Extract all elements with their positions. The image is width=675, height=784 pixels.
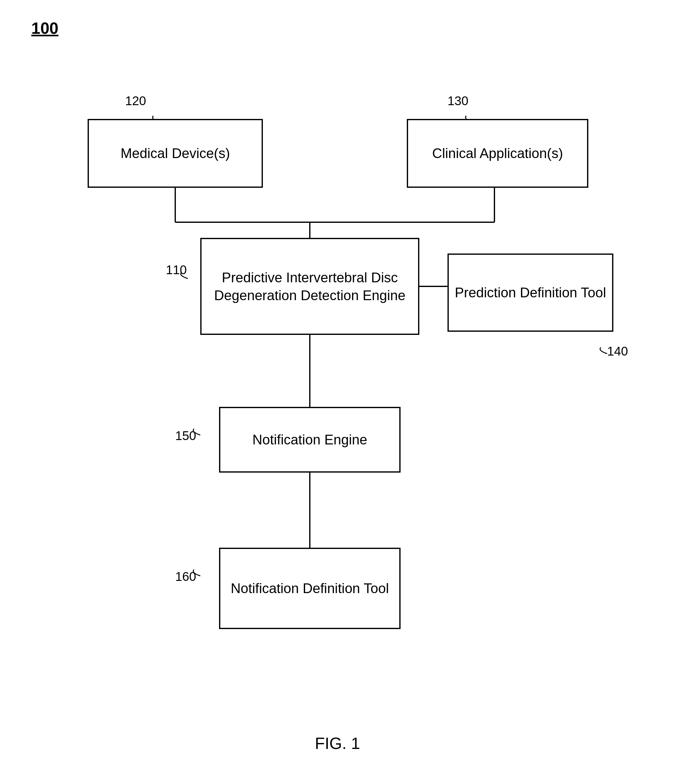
ref-110: 110 [166,263,187,277]
medical-devices-box: Medical Device(s) [88,119,263,188]
ref-130: 130 [448,94,468,108]
notification-engine-box: Notification Engine [219,407,401,473]
notification-tool-box: Notification Definition Tool [219,548,401,629]
connections-svg [0,0,675,784]
detection-engine-box: Predictive Intervertebral Disc Degenerat… [200,238,419,335]
figure-label: FIG. 1 [315,734,360,753]
prediction-tool-box: Prediction Definition Tool [448,254,613,332]
page-number: 100 [31,19,59,37]
diagram-container: 100 [0,0,675,784]
ref-140: 140 [607,344,628,358]
clinical-applications-box: Clinical Application(s) [407,119,588,188]
ref-160: 160 [175,569,196,584]
ref-150: 150 [175,429,196,443]
ref-120: 120 [125,94,146,108]
